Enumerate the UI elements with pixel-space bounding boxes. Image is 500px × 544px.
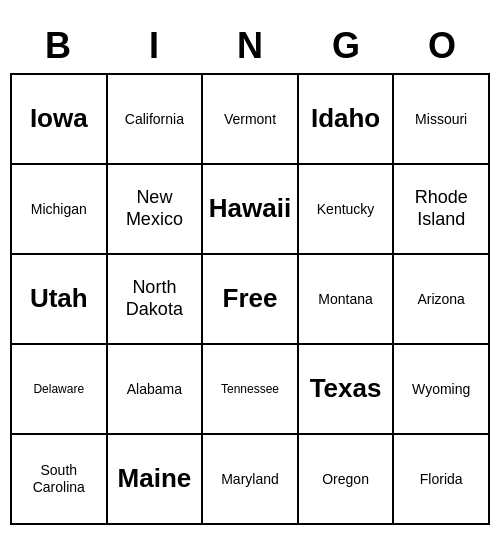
cell-text-4-0: South Carolina [16,462,102,496]
cell-2-4: Arizona [394,255,490,345]
cell-4-2: Maryland [203,435,299,525]
cell-2-2: Free [203,255,299,345]
cell-0-3: Idaho [299,75,395,165]
cell-text-0-4: Missouri [415,111,467,128]
cell-text-1-0: Michigan [31,201,87,218]
cell-0-2: Vermont [203,75,299,165]
bingo-card: BINGO IowaCaliforniaVermontIdahoMissouri… [10,19,490,525]
cell-text-3-1: Alabama [127,381,182,398]
cell-4-1: Maine [108,435,204,525]
cell-text-3-3: Texas [310,373,382,404]
cell-text-0-1: California [125,111,184,128]
header-letter-b: B [10,19,106,73]
cell-text-1-1: New Mexico [112,187,198,230]
cell-text-2-1: North Dakota [112,277,198,320]
cell-text-0-2: Vermont [224,111,276,128]
cell-text-1-4: Rhode Island [398,187,484,230]
cell-4-0: South Carolina [12,435,108,525]
cell-1-3: Kentucky [299,165,395,255]
bingo-grid: IowaCaliforniaVermontIdahoMissouriMichig… [10,73,490,525]
cell-2-0: Utah [12,255,108,345]
cell-0-1: California [108,75,204,165]
cell-0-4: Missouri [394,75,490,165]
cell-1-2: Hawaii [203,165,299,255]
grid-row-3: DelawareAlabamaTennesseeTexasWyoming [12,345,490,435]
cell-text-3-0: Delaware [33,382,84,396]
grid-row-2: UtahNorth DakotaFreeMontanaArizona [12,255,490,345]
cell-1-1: New Mexico [108,165,204,255]
grid-row-0: IowaCaliforniaVermontIdahoMissouri [12,75,490,165]
cell-text-4-2: Maryland [221,471,279,488]
cell-2-1: North Dakota [108,255,204,345]
cell-text-2-2: Free [223,283,278,314]
cell-3-0: Delaware [12,345,108,435]
cell-text-4-1: Maine [118,463,192,494]
cell-2-3: Montana [299,255,395,345]
header-letter-i: I [106,19,202,73]
cell-4-4: Florida [394,435,490,525]
cell-text-2-4: Arizona [417,291,464,308]
cell-text-3-2: Tennessee [221,382,279,396]
cell-text-4-3: Oregon [322,471,369,488]
cell-text-1-3: Kentucky [317,201,375,218]
cell-1-4: Rhode Island [394,165,490,255]
cell-text-0-3: Idaho [311,103,380,134]
cell-text-2-0: Utah [30,283,88,314]
header-letter-g: G [298,19,394,73]
header-letter-n: N [202,19,298,73]
cell-text-3-4: Wyoming [412,381,470,398]
cell-3-4: Wyoming [394,345,490,435]
cell-3-1: Alabama [108,345,204,435]
cell-3-2: Tennessee [203,345,299,435]
cell-text-0-0: Iowa [30,103,88,134]
grid-row-4: South CarolinaMaineMarylandOregonFlorida [12,435,490,525]
bingo-header: BINGO [10,19,490,73]
cell-text-1-2: Hawaii [209,193,291,224]
cell-4-3: Oregon [299,435,395,525]
cell-text-4-4: Florida [420,471,463,488]
cell-0-0: Iowa [12,75,108,165]
cell-3-3: Texas [299,345,395,435]
grid-row-1: MichiganNew MexicoHawaiiKentuckyRhode Is… [12,165,490,255]
cell-text-2-3: Montana [318,291,372,308]
header-letter-o: O [394,19,490,73]
cell-1-0: Michigan [12,165,108,255]
